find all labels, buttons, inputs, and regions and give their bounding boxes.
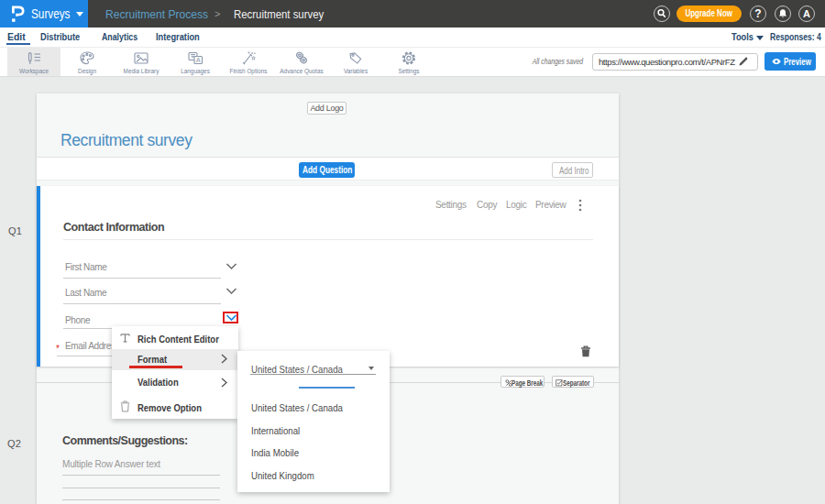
svg-text:A: A (195, 56, 200, 64)
